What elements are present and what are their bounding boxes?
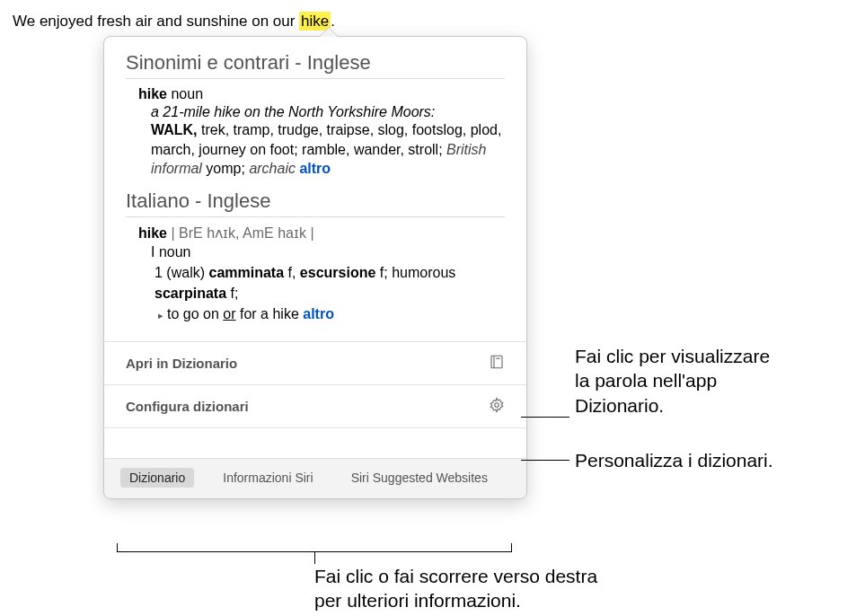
tab-bar: Dizionario Informazioni Siri Siri Sugges…	[104, 459, 526, 498]
pron-sep2: |	[306, 225, 314, 241]
phrase-post: for a hike	[236, 306, 299, 321]
lookup-popover: Sinonimi e contrari - Inglese hike noun …	[103, 36, 527, 499]
tab-siri-info[interactable]: Informazioni Siri	[214, 468, 322, 488]
bilingual-entry: hike | BrE hʌɪk, AmE haɪk | I noun 1 (wa…	[126, 224, 505, 336]
pron-ame: haɪk	[278, 225, 306, 241]
def-gender-3: f;	[226, 286, 238, 301]
callout-3-line-2: per ulteriori informazioni.	[314, 590, 521, 611]
synonym-brit-word: yomp;	[202, 161, 249, 176]
def-number: 1	[154, 265, 163, 280]
configure-dictionaries-label: Configura dizionari	[126, 399, 249, 414]
thesaurus-example: a 21-mile hike on the North Yorkshire Mo…	[138, 104, 505, 120]
source-text-before: We enjoyed fresh air and sunshine on our	[13, 13, 299, 30]
tab-dictionary[interactable]: Dizionario	[120, 468, 194, 488]
callout-lead-3	[314, 552, 315, 564]
def-translation-1: camminata	[208, 265, 284, 280]
def-gloss: (walk)	[166, 265, 205, 280]
phrase-or: or	[223, 306, 235, 321]
definition-block: I noun 1 (walk) camminata f, escursione …	[138, 242, 505, 325]
def-gender-1: f,	[284, 265, 300, 280]
label-archaic: archaic	[249, 161, 296, 176]
callout-tabs: Fai clic o fai scorrere verso destra per…	[314, 564, 597, 613]
open-in-dictionary-label: Apri in Dizionario	[126, 356, 237, 371]
callout-configure: Personalizza i dizionari.	[575, 448, 773, 472]
thesaurus-more-link[interactable]: altro	[299, 161, 331, 176]
sense-roman: I	[151, 244, 154, 260]
thesaurus-synonyms: WALK, trek, tramp, trudge, traipse, slog…	[138, 120, 505, 179]
dictionary-icon	[489, 354, 505, 373]
callout-open-dictionary: Fai clic per visualizzare la parola nell…	[575, 344, 770, 418]
bilingual-headword: hike	[138, 225, 167, 241]
callout-1-line-3: Dizionario.	[575, 395, 664, 416]
popover-content: Sinonimi e contrari - Inglese hike noun …	[104, 37, 526, 342]
pron-sep1: |	[167, 225, 179, 241]
callout-1-line-2: la parola nell'app	[575, 370, 717, 391]
thesaurus-pos: noun	[171, 86, 203, 101]
callout-bracket-3	[117, 543, 512, 552]
phrase-pre: to go on	[167, 306, 223, 321]
sense-pos: noun	[159, 244, 191, 260]
triangle-icon: ▸	[158, 310, 163, 321]
def-gender-2: f;	[375, 265, 392, 280]
pron-ame-label: AmE	[240, 225, 278, 241]
pron-bre: hʌɪk,	[207, 225, 239, 241]
pron-bre-label: BrE	[179, 225, 207, 241]
callout-2-text: Personalizza i dizionari.	[575, 450, 773, 471]
def-label-humorous: humorous	[392, 265, 455, 280]
callout-lead-1	[521, 417, 569, 418]
source-sentence: We enjoyed fresh air and sunshine on our…	[13, 13, 335, 31]
def-translation-3: scarpinata	[154, 286, 226, 301]
svg-rect-0	[491, 356, 502, 368]
open-in-dictionary-row[interactable]: Apri in Dizionario	[104, 342, 526, 385]
thesaurus-entry: hike noun a 21-mile hike on the North Yo…	[126, 86, 505, 189]
callout-lead-2	[521, 460, 569, 461]
empty-row	[104, 428, 526, 459]
synonym-lead: WALK,	[151, 122, 198, 137]
gear-icon	[489, 397, 505, 416]
def-translation-2: escursione	[300, 265, 375, 280]
bilingual-section-title: Italiano - Inglese	[126, 189, 505, 217]
bilingual-more-link[interactable]: altro	[303, 306, 334, 321]
thesaurus-section-title: Sinonimi e contrari - Inglese	[126, 51, 505, 79]
configure-dictionaries-row[interactable]: Configura dizionari	[104, 385, 526, 428]
callout-3-line-1: Fai clic o fai scorrere verso destra	[314, 566, 597, 586]
callout-1-line-1: Fai clic per visualizzare	[575, 346, 770, 366]
thesaurus-headword: hike	[138, 86, 167, 101]
svg-point-3	[495, 402, 499, 407]
tab-siri-websites[interactable]: Siri Suggested Websites	[342, 468, 497, 488]
